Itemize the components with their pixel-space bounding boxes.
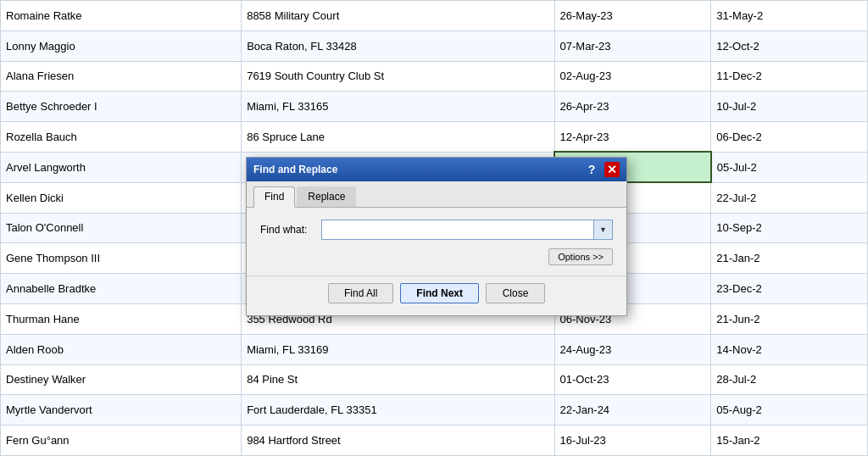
cell-name[interactable]: Alden Roob <box>1 334 242 364</box>
find-label: Find what: <box>260 224 321 236</box>
cell-name[interactable]: Romaine Ratke <box>1 1 242 31</box>
cell-date1[interactable]: 26-May-23 <box>554 1 711 31</box>
cell-date2[interactable]: 21-Jun-2 <box>711 303 868 334</box>
table-row: Fern Gu°ann984 Hartford Street16-Jul-231… <box>1 425 868 456</box>
cell-name[interactable]: Alana Friesen <box>1 61 242 92</box>
cell-name[interactable]: Kellen Dicki <box>1 182 242 213</box>
cell-date2[interactable]: 21-Jan-2 <box>711 243 868 274</box>
cell-address[interactable]: Fort Lauderdale, FL 33351 <box>242 395 554 425</box>
cell-date1[interactable]: 01-Oct-23 <box>554 364 711 395</box>
options-row: Options >> <box>260 248 613 265</box>
tab-find[interactable]: Find <box>253 186 295 208</box>
cell-date2[interactable]: 06-Dec-2 <box>711 122 868 153</box>
cell-date2[interactable]: 05-Jul-2 <box>711 152 868 182</box>
options-button[interactable]: Options >> <box>548 248 613 265</box>
table-row: Myrtle VandervortFort Lauderdale, FL 333… <box>1 395 868 425</box>
cell-date1[interactable]: 16-Jul-23 <box>554 425 711 456</box>
cell-name[interactable]: Arvel Langworth <box>1 152 242 182</box>
cell-date2[interactable]: 22-Jul-2 <box>711 182 868 213</box>
cell-date2[interactable]: 23-Dec-2 <box>711 274 868 304</box>
find-input-wrap[interactable]: ▼ <box>321 220 613 240</box>
cell-date2[interactable]: 14-Nov-2 <box>711 334 868 364</box>
dialog-help-button[interactable]: ? <box>584 162 599 177</box>
cell-date1[interactable]: 07-Mar-23 <box>554 31 711 61</box>
dialog-titlebar: Find and Replace ? ✕ <box>247 158 626 181</box>
cell-name[interactable]: Gene Thompson III <box>1 243 242 274</box>
cell-date2[interactable]: 15-Jan-2 <box>711 425 868 456</box>
cell-name[interactable]: Destiney Walker <box>1 364 242 395</box>
find-row: Find what: ▼ <box>260 220 613 240</box>
cell-date2[interactable]: 12-Oct-2 <box>711 31 868 61</box>
dialog-footer: Find All Find Next Close <box>247 275 626 315</box>
cell-date2[interactable]: 10-Sep-2 <box>711 213 868 243</box>
cell-address[interactable]: Miami, FL 33169 <box>242 334 554 364</box>
cell-address[interactable]: 86 Spruce Lane <box>242 122 554 153</box>
cell-date2[interactable]: 28-Jul-2 <box>711 364 868 395</box>
cell-date1[interactable]: 12-Apr-23 <box>554 122 711 153</box>
find-next-button[interactable]: Find Next <box>400 283 479 303</box>
cell-address[interactable]: 7619 South Country Club St <box>242 61 554 92</box>
cell-address[interactable]: Boca Raton, FL 33428 <box>242 31 554 61</box>
cell-date1[interactable]: 02-Aug-23 <box>554 61 711 92</box>
cell-address[interactable]: 8858 Military Court <box>242 1 554 31</box>
table-row: Lonny MaggioBoca Raton, FL 3342807-Mar-2… <box>1 31 868 61</box>
dialog-title: Find and Replace <box>253 164 584 175</box>
cell-name[interactable]: Talon O'Connell <box>1 213 242 243</box>
table-row: Alden RoobMiami, FL 3316924-Aug-2314-Nov… <box>1 334 868 364</box>
cell-name[interactable]: Fern Gu°ann <box>1 425 242 456</box>
dialog-tabs: Find Replace <box>247 181 626 208</box>
close-button[interactable]: Close <box>486 283 545 303</box>
table-row: Alana Friesen7619 South Country Club St0… <box>1 61 868 92</box>
dialog-close-x-button[interactable]: ✕ <box>604 162 620 177</box>
find-dropdown-button[interactable]: ▼ <box>593 220 612 239</box>
cell-date1[interactable]: 22-Jan-24 <box>554 395 711 425</box>
table-row: Bettye Schroeder IMiami, FL 3316526-Apr-… <box>1 92 868 122</box>
cell-name[interactable]: Rozella Bauch <box>1 122 242 153</box>
cell-name[interactable]: Thurman Hane <box>1 303 242 334</box>
cell-name[interactable]: Lonny Maggio <box>1 31 242 61</box>
cell-date2[interactable]: 10-Jul-2 <box>711 92 868 122</box>
cell-date1[interactable]: 26-Apr-23 <box>554 92 711 122</box>
find-input[interactable] <box>322 220 593 239</box>
cell-address[interactable]: 984 Hartford Street <box>242 425 554 456</box>
table-row: Destiney Walker84 Pine St01-Oct-2328-Jul… <box>1 364 868 395</box>
find-all-button[interactable]: Find All <box>328 283 393 303</box>
cell-name[interactable]: Annabelle Bradtke <box>1 274 242 304</box>
table-row: Rozella Bauch86 Spruce Lane12-Apr-2306-D… <box>1 122 868 153</box>
cell-date2[interactable]: 05-Aug-2 <box>711 395 868 425</box>
find-replace-dialog[interactable]: Find and Replace ? ✕ Find Replace Find w… <box>246 157 627 316</box>
tab-replace[interactable]: Replace <box>297 186 356 207</box>
titlebar-controls: ? ✕ <box>584 162 620 177</box>
cell-address[interactable]: Miami, FL 33165 <box>242 92 554 122</box>
table-row: Romaine Ratke8858 Military Court26-May-2… <box>1 1 868 31</box>
cell-name[interactable]: Bettye Schroeder I <box>1 92 242 122</box>
cell-date1[interactable]: 24-Aug-23 <box>554 334 711 364</box>
dialog-body: Find what: ▼ Options >> <box>247 208 626 275</box>
cell-address[interactable]: 84 Pine St <box>242 364 554 395</box>
cell-name[interactable]: Myrtle Vandervort <box>1 395 242 425</box>
cell-date2[interactable]: 31-May-2 <box>711 1 868 31</box>
cell-date2[interactable]: 11-Dec-2 <box>711 61 868 92</box>
